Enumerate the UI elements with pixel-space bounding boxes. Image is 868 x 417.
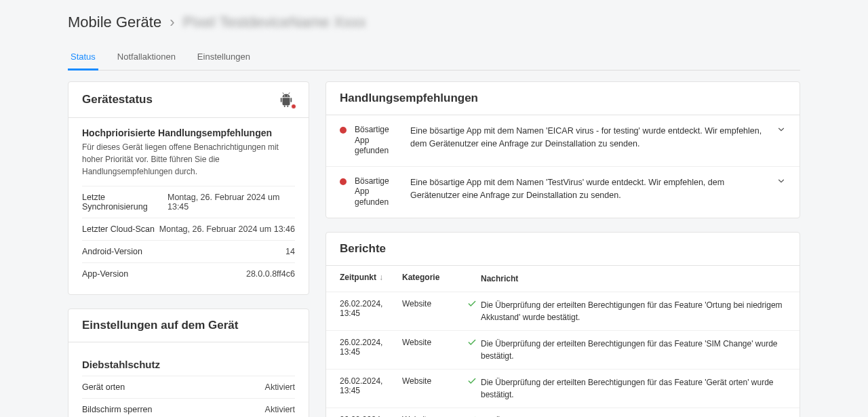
col-time-header[interactable]: Zeitpunkt↓ — [340, 273, 402, 285]
status-row: Android-Version14 — [82, 240, 295, 262]
check-icon — [467, 299, 481, 309]
card-device-settings: Einstellungen auf dem Gerät Diebstahlsch… — [68, 309, 309, 417]
report-row: 26.02.2024, 13:45 Website Die Überprüfun… — [326, 370, 800, 408]
card-recommendations: Handlungsempfehlungen Bösartige App gefu… — [326, 81, 800, 218]
chevron-down-icon[interactable] — [776, 176, 786, 188]
svg-point-1 — [288, 96, 288, 96]
chevron-down-icon[interactable] — [776, 125, 786, 136]
check-icon — [467, 415, 481, 417]
recommendation-desc: Eine bösartige App mit dem Namen 'TestVi… — [410, 176, 768, 202]
android-icon — [279, 92, 295, 108]
priority-desc: Für dieses Gerät liegen offene Benachric… — [82, 141, 295, 178]
svg-rect-4 — [281, 98, 282, 102]
svg-rect-6 — [284, 105, 285, 107]
group-theft-title: Diebstahlschutz — [82, 359, 295, 370]
recommendation-title: Bösartige App gefunden — [355, 125, 402, 157]
col-category-header[interactable]: Kategorie — [402, 273, 467, 285]
recommendation-item[interactable]: Bösartige App gefunden Eine bösartige Ap… — [326, 115, 800, 166]
tab-settings[interactable]: Einstellungen — [195, 45, 253, 71]
status-row: Letzte SynchronisierungMontag, 26. Febru… — [82, 186, 295, 218]
reports-heading: Berichte — [340, 242, 386, 256]
report-row: 26.02.2024, 13:45 Website Die Überprüfun… — [326, 292, 800, 331]
svg-rect-7 — [287, 105, 288, 107]
svg-line-3 — [289, 92, 290, 94]
setting-row: Bildschirm sperrenAktiviert — [82, 398, 295, 417]
col-message-header[interactable]: Nachricht — [481, 273, 786, 285]
device-status-heading: Gerätestatus — [82, 93, 153, 106]
svg-point-0 — [284, 96, 285, 96]
breadcrumb-root[interactable]: Mobile Geräte — [68, 14, 161, 31]
recommendation-desc: Eine bösartige App mit dem Namen 'EICAR … — [410, 125, 768, 151]
device-settings-heading: Einstellungen auf dem Gerät — [82, 319, 239, 332]
recommendations-heading: Handlungsempfehlungen — [340, 92, 478, 105]
tabs: Status Notfallaktionen Einstellungen — [68, 45, 800, 71]
report-row: 26.02.2024, 13:45 Website Die Überprüfun… — [326, 408, 800, 417]
sort-desc-icon: ↓ — [379, 273, 383, 282]
tab-emergency[interactable]: Notfallaktionen — [115, 45, 178, 71]
status-row: App-Version28.0.0.8ff4c6 — [82, 262, 295, 285]
card-reports: Berichte Zeitpunkt↓ Kategorie Nachricht … — [326, 232, 800, 417]
severity-dot-icon — [340, 127, 347, 134]
recommendation-title: Bösartige App gefunden — [355, 176, 402, 208]
svg-rect-5 — [290, 98, 292, 102]
check-icon — [467, 376, 481, 386]
breadcrumb: Mobile Geräte › Pixel TestdeviceName Xxx… — [68, 14, 800, 31]
tab-status[interactable]: Status — [68, 45, 98, 71]
recommendation-item[interactable]: Bösartige App gefunden Eine bösartige Ap… — [326, 166, 800, 218]
setting-row: Gerät ortenAktiviert — [82, 376, 295, 398]
svg-line-2 — [283, 92, 283, 94]
check-icon — [467, 338, 481, 347]
report-header: Zeitpunkt↓ Kategorie Nachricht — [326, 266, 800, 292]
report-row: 26.02.2024, 13:45 Website Die Überprüfun… — [326, 331, 800, 370]
priority-title: Hochpriorisierte Handlungsempfehlungen — [82, 127, 295, 138]
card-device-status: Gerätestatus — [68, 81, 309, 295]
breadcrumb-current: Pixel TestdeviceName Xxxx — [183, 14, 366, 31]
status-row: Letzter Cloud-ScanMontag, 26. Februar 20… — [82, 218, 295, 240]
severity-dot-icon — [340, 178, 347, 185]
